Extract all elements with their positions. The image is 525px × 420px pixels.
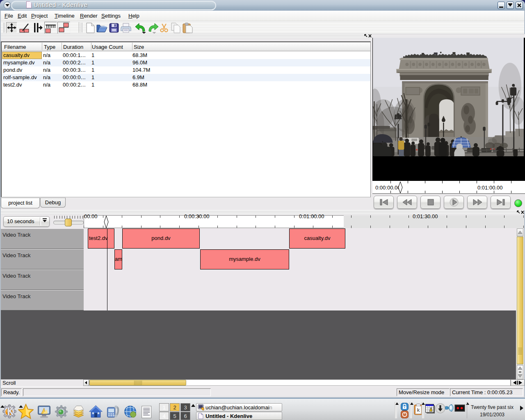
svg-text:k: k (417, 407, 420, 413)
